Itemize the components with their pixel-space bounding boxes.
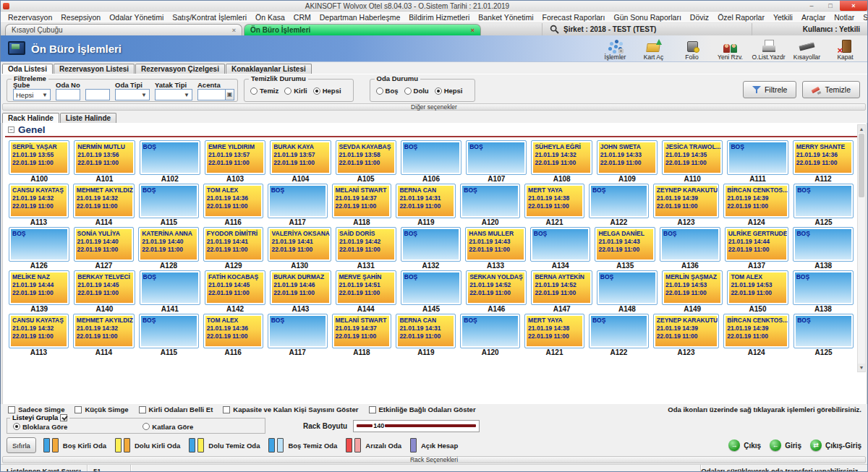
room-card-a126[interactable]: BOŞ — [9, 227, 69, 262]
room-card-a123[interactable]: ZEYNEP KARAKUTU21.01.19 14:3922.01.19 11… — [653, 184, 719, 218]
room-card-a125[interactable]: BOŞ — [793, 314, 854, 348]
room-card-a101[interactable]: NERMİN MUTLU21.01.19 13:5622.01.19 11:00 — [74, 140, 135, 175]
room-card-a137[interactable]: ULRİKE GERTRUDE21.01.19 14:4422.01.19 11… — [725, 227, 789, 262]
sube-select[interactable]: Hepsi▼ — [13, 89, 51, 100]
menu-item-resepsiyon[interactable]: Resepsiyon — [56, 13, 105, 22]
room-card-a138[interactable]: BOŞ — [793, 227, 854, 262]
scroll-down-icon[interactable]: ▼ — [858, 364, 865, 372]
room-card-a146[interactable]: SERKAN YOLDAŞ21.01.19 14:5222.01.19 11:0… — [466, 270, 527, 305]
checkbox-kapasite-ve-kalan-ki-i-say-s-n-g-ster[interactable]: Kapasite ve Kalan Kişi Sayısını Göster — [223, 406, 358, 413]
menu-item-sms[interactable]: SMS — [859, 13, 868, 22]
menu-item-g-n-sonu-raporlar[interactable]: Gün Sonu Raporları — [609, 13, 685, 22]
menu-item-crm[interactable]: CRM — [289, 13, 315, 22]
menu-item-odalar-y-netimi[interactable]: Odalar Yönetimi — [105, 13, 168, 22]
menu-item-departman-haberle-me[interactable]: Departman Haberleşme — [315, 13, 404, 22]
radio-kirli[interactable]: Kirli — [284, 87, 307, 95]
room-card-a116[interactable]: TOM ALEX21.01.19 14:3622.01.19 11:00 — [203, 314, 263, 348]
room-card-a113[interactable]: CANSU KAYATAŞ21.01.19 14:3222.01.19 11:0… — [9, 314, 69, 348]
rack-options-splitter[interactable]: Rack Seçenekleri — [2, 456, 866, 463]
menu-item-bildirim-hizmetleri[interactable]: Bildirim Hizmetleri — [404, 13, 474, 22]
checkbox-kirli-odalar-belli-et[interactable]: Kirli Odaları Belli Et — [139, 406, 213, 413]
toolbar-button-folio[interactable]: Folio — [673, 36, 711, 61]
room-card-a143[interactable]: BURAK DURMAZ21.01.19 14:4622.01.19 11:00 — [270, 270, 331, 305]
room-card-a107[interactable]: BOŞ — [466, 140, 527, 175]
room-card-a139[interactable]: MELİKE NAZ21.01.19 14:4422.01.19 11:00 — [9, 270, 69, 305]
tab-konaklayanlar-listesi[interactable]: Konaklayanlar Listesi — [226, 64, 312, 74]
document-tab-n-b-ro-i-lemleri[interactable]: Ön Büro İşlemleri× — [244, 24, 481, 35]
room-card-a127[interactable]: SONİA YULİYA21.01.19 14:4022.01.19 11:00 — [74, 227, 135, 262]
room-card-a116[interactable]: TOM ALEX21.01.19 14:3622.01.19 11:00 — [203, 184, 263, 218]
room-card-a124[interactable]: BİRCAN CENKTOS...21.01.19 14:3922.01.19 … — [723, 314, 789, 348]
room-card-a117[interactable]: BOŞ — [268, 314, 328, 348]
room-card-a130[interactable]: VALERİYA OKSANA21.01.19 14:4122.01.19 11… — [268, 227, 331, 262]
button-k[interactable]: →Çıkış — [728, 439, 761, 451]
yatak-tipi-select[interactable]: ▼ — [155, 89, 192, 100]
menu-item-ara-lar[interactable]: Araçlar — [797, 13, 830, 22]
room-card-a134[interactable]: BOŞ — [530, 227, 591, 262]
room-card-a110[interactable]: JESİCA TRAWOL...21.01.19 14:3522.01.19 1… — [662, 140, 723, 175]
room-card-a150[interactable]: TOM ALEX21.01.19 14:5322.01.19 11:00 — [727, 270, 788, 305]
maximize-button[interactable]: □ — [821, 1, 840, 11]
minimize-button[interactable]: – — [802, 1, 821, 11]
menu-item-n-kasa[interactable]: Ön Kasa — [251, 13, 289, 22]
menu-item-rezervasyon[interactable]: Rezervasyon — [4, 13, 56, 22]
toolbar-button-i-lemler[interactable]: İşlemler — [596, 36, 634, 61]
room-card-a118[interactable]: MELANİ STWART21.01.19 14:3722.01.19 11:0… — [332, 184, 392, 218]
room-card-a123[interactable]: ZEYNEP KARAKUTU21.01.19 14:3922.01.19 11… — [653, 314, 719, 348]
menu-item-sat-kontrat-i-lemleri[interactable]: Satış/Kontrat İşlemleri — [168, 13, 251, 22]
room-card-a140[interactable]: BERKAY TELVECİ21.01.19 14:4522.01.19 11:… — [74, 270, 135, 305]
room-card-a102[interactable]: BOŞ — [140, 140, 200, 175]
tab-close-icon[interactable]: × — [471, 27, 475, 34]
other-options-splitter[interactable]: Diğer seçenekler — [2, 103, 866, 111]
room-card-a100[interactable]: SERPİL YAŞAR21.01.19 13:5522.01.19 11:00 — [9, 140, 69, 175]
room-card-a122[interactable]: BOŞ — [589, 184, 649, 218]
room-card-a121[interactable]: MERT YAYA21.01.19 14:3822.01.19 11:00 — [524, 314, 584, 348]
room-card-a112[interactable]: MERRY SHANTE21.01.19 14:3622.01.19 11:00 — [793, 140, 854, 175]
toolbar-button-k-sayollar[interactable]: Kısayollar — [788, 36, 826, 61]
toolbar-button-o-list-yazdr[interactable]: O.List.Yazdr — [749, 36, 788, 61]
radio-katlara-g-re[interactable]: Katlara Göre — [142, 423, 193, 431]
room-card-a113[interactable]: CANSU KAYATAŞ21.01.19 14:3222.01.19 11:0… — [9, 184, 69, 218]
listeyi-grupla-checkbox[interactable] — [60, 414, 67, 421]
room-card-a136[interactable]: BOŞ — [660, 227, 720, 262]
room-card-a114[interactable]: MEHMET AKYILDIZ21.01.19 14:3222.01.19 11… — [73, 314, 135, 348]
menu-item-zel-raporlar[interactable]: Özel Raporlar — [713, 13, 769, 22]
acenta-input[interactable] — [197, 89, 225, 100]
acenta-browse-button[interactable]: ▣ — [225, 89, 234, 100]
room-card-a104[interactable]: BURAK KAYA21.01.19 13:5722.01.19 11:00 — [270, 140, 331, 175]
tab-rezervasyon-listesi[interactable]: Rezervasyon Listesi — [54, 64, 135, 74]
room-card-a149[interactable]: MERLİN ŞAŞMAZ21.01.19 14:5322.01.19 11:0… — [662, 270, 723, 305]
view-tab-rack-halinde[interactable]: Rack Halinde — [2, 113, 59, 123]
radio-dolu[interactable]: Dolu — [404, 87, 429, 95]
menu-item-forecast-raporlar[interactable]: Forecast Raporları — [538, 13, 610, 22]
room-card-a124[interactable]: BİRCAN CENKTOS...21.01.19 14:3922.01.19 … — [723, 184, 789, 218]
rack-boyutu-slider[interactable]: 140 — [353, 420, 480, 432]
room-card-a108[interactable]: SÜHEYLA EĞRİ21.01.19 14:3222.01.19 11:00 — [531, 140, 592, 175]
checkbox-k-k-simge[interactable]: Küçük Simge — [75, 406, 128, 413]
menu-item-yetkili[interactable]: Yetkili — [769, 13, 797, 22]
oda-no-input[interactable] — [56, 89, 80, 100]
checkbox-etkinli-e-ba-l-odalar-g-ster[interactable]: Etkinliğe Bağlı Odaları Göster — [369, 406, 476, 413]
room-card-a115[interactable]: BOŞ — [139, 184, 199, 218]
document-tab-k-sayol-ubu-u[interactable]: Kısayol Çubuğu× — [5, 24, 242, 35]
toolbar-button-kapat[interactable]: Kapat — [826, 36, 864, 61]
room-card-a120[interactable]: BOŞ — [460, 184, 520, 218]
room-card-a148[interactable]: BOŞ — [597, 270, 658, 305]
company-selector[interactable]: Şirket : 2018 - TEST (TEST) — [542, 23, 752, 35]
room-card-a147[interactable]: BERNA AYTEKİN21.01.19 14:5222.01.19 11:0… — [531, 270, 592, 305]
room-card-a133[interactable]: HANS MULLER21.01.19 14:4322.01.19 11:00 — [465, 227, 526, 262]
room-card-a103[interactable]: EMRE YILDIRIM21.01.19 13:5722.01.19 11:0… — [205, 140, 265, 175]
oda-no-input-2[interactable] — [85, 89, 110, 100]
toolbar-button-kart-a[interactable]: Kart Aç — [634, 36, 673, 61]
room-card-a125[interactable]: BOŞ — [793, 184, 854, 218]
room-card-a105[interactable]: SEVDA KAYABAŞ21.01.19 13:5822.01.19 11:0… — [336, 140, 396, 175]
sifirla-button[interactable]: Sıfırla — [7, 437, 36, 453]
room-card-a121[interactable]: MERT YAYA21.01.19 14:3822.01.19 11:00 — [524, 184, 584, 218]
room-card-a119[interactable]: BERNA CAN21.01.19 14:3122.01.19 11:00 — [396, 184, 456, 218]
close-button[interactable]: × — [840, 1, 867, 11]
room-card-a145[interactable]: BOŞ — [401, 270, 461, 305]
radio-hepsi[interactable]: Hepsi — [435, 87, 463, 95]
radio-bloklara-g-re[interactable]: Bloklara Göre — [13, 423, 67, 431]
oda-tipi-select[interactable]: ▼ — [115, 89, 150, 100]
radio-bo[interactable]: Boş — [376, 87, 399, 95]
